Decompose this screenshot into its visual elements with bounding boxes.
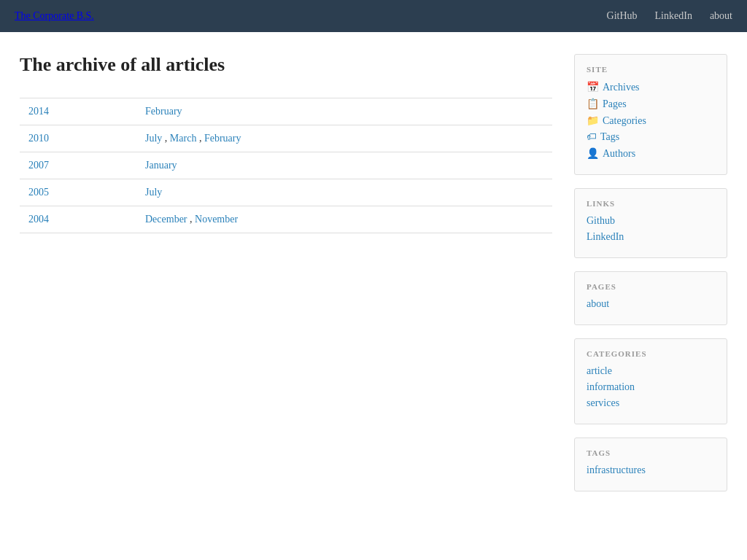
sidebar-link[interactable]: Github <box>587 215 615 226</box>
sidebar-link[interactable]: 🏷Tags <box>587 131 619 142</box>
sidebar-tags-list: infrastructures <box>587 464 715 476</box>
list-item: 👤Authors <box>587 147 715 160</box>
sidebar-links-title: LINKS <box>587 199 715 208</box>
archive-row: 2005July <box>20 179 552 206</box>
main-content: The archive of all articles 2014February… <box>20 54 552 505</box>
list-item: services <box>587 397 715 409</box>
sidebar-site-list: 📅Archives📋Pages📁Categories🏷Tags👤Authors <box>587 81 715 160</box>
site-title[interactable]: The Corporate B.S. <box>15 10 94 22</box>
sidebar-link[interactable]: 👤Authors <box>587 148 635 159</box>
list-item: article <box>587 365 715 377</box>
sidebar-icon: 📋 <box>587 98 599 109</box>
archive-year: 2004 <box>20 206 136 233</box>
archive-month-link[interactable]: July <box>145 133 162 144</box>
archive-year: 2005 <box>20 179 136 206</box>
archive-month-link[interactable]: December <box>145 214 187 225</box>
sidebar-icon: 📁 <box>587 115 599 126</box>
archive-months: December , November <box>136 206 552 233</box>
sidebar-tags-box: TAGS infrastructures <box>574 438 727 491</box>
list-item: 📁Categories <box>587 114 715 127</box>
sidebar-link[interactable]: information <box>587 381 635 392</box>
sidebar-icon: 📅 <box>587 82 599 93</box>
sidebar-categories-title: CATEGORIES <box>587 349 715 358</box>
archive-year: 2014 <box>20 98 136 125</box>
archive-row: 2014February <box>20 98 552 125</box>
archive-year-link[interactable]: 2010 <box>28 133 49 144</box>
archive-year-link[interactable]: 2014 <box>28 106 49 117</box>
archive-month-link[interactable]: February <box>145 106 182 117</box>
archive-year: 2007 <box>20 152 136 179</box>
archive-month-link[interactable]: February <box>204 133 241 144</box>
archive-row: 2010July , March , February <box>20 125 552 152</box>
sidebar-pages-title: PAGES <box>587 282 715 291</box>
sidebar-icon: 👤 <box>587 148 599 159</box>
list-item: LinkedIn <box>587 231 715 243</box>
sidebar-link[interactable]: 📅Archives <box>587 82 640 93</box>
sidebar-links-box: LINKS GithubLinkedIn <box>574 188 727 258</box>
archive-row: 2007January <box>20 152 552 179</box>
list-item: information <box>587 381 715 393</box>
archive-table: 2014February2010July , March , February2… <box>20 98 552 233</box>
archive-months: January <box>136 152 552 179</box>
sidebar-link[interactable]: infrastructures <box>587 464 646 475</box>
archive-months: July <box>136 179 552 206</box>
list-item: 📅Archives <box>587 81 715 93</box>
page-title: The archive of all articles <box>20 54 552 76</box>
archive-month-link[interactable]: January <box>145 160 177 171</box>
list-item: 🏷Tags <box>587 131 715 143</box>
sidebar-tags-title: TAGS <box>587 448 715 457</box>
list-item: infrastructures <box>587 464 715 476</box>
archive-month-link[interactable]: March <box>170 133 197 144</box>
list-item: Github <box>587 215 715 227</box>
sidebar-links-list: GithubLinkedIn <box>587 215 715 243</box>
archive-month-link[interactable]: November <box>195 214 238 225</box>
archive-month-link[interactable]: July <box>145 187 162 198</box>
archive-months: July , March , February <box>136 125 552 152</box>
sidebar-icon: 🏷 <box>587 131 597 142</box>
sidebar-link[interactable]: services <box>587 397 619 408</box>
sidebar-link[interactable]: 📋Pages <box>587 98 627 109</box>
archive-row: 2004December , November <box>20 206 552 233</box>
sidebar-pages-box: PAGES about <box>574 271 727 325</box>
archive-year-link[interactable]: 2004 <box>28 214 49 225</box>
site-header: The Corporate B.S. GitHub LinkedIn about <box>0 0 747 32</box>
sidebar-categories-list: articleinformationservices <box>587 365 715 409</box>
sidebar-pages-list: about <box>587 298 715 310</box>
sidebar-site-box: SITE 📅Archives📋Pages📁Categories🏷Tags👤Aut… <box>574 54 727 175</box>
archive-year: 2010 <box>20 125 136 152</box>
main-nav: GitHub LinkedIn about <box>607 10 732 22</box>
archive-year-link[interactable]: 2005 <box>28 187 49 198</box>
archive-year-link[interactable]: 2007 <box>28 160 49 171</box>
sidebar-link[interactable]: LinkedIn <box>587 231 624 242</box>
nav-linkedin[interactable]: LinkedIn <box>655 10 692 22</box>
archive-months: February <box>136 98 552 125</box>
sidebar-site-title: SITE <box>587 65 715 74</box>
nav-about[interactable]: about <box>710 10 732 22</box>
sidebar-link[interactable]: article <box>587 365 612 376</box>
list-item: 📋Pages <box>587 98 715 110</box>
sidebar: SITE 📅Archives📋Pages📁Categories🏷Tags👤Aut… <box>574 54 727 505</box>
sidebar-link[interactable]: 📁Categories <box>587 115 646 126</box>
list-item: about <box>587 298 715 310</box>
nav-github[interactable]: GitHub <box>607 10 638 22</box>
sidebar-link[interactable]: about <box>587 298 609 309</box>
sidebar-categories-box: CATEGORIES articleinformationservices <box>574 338 727 424</box>
